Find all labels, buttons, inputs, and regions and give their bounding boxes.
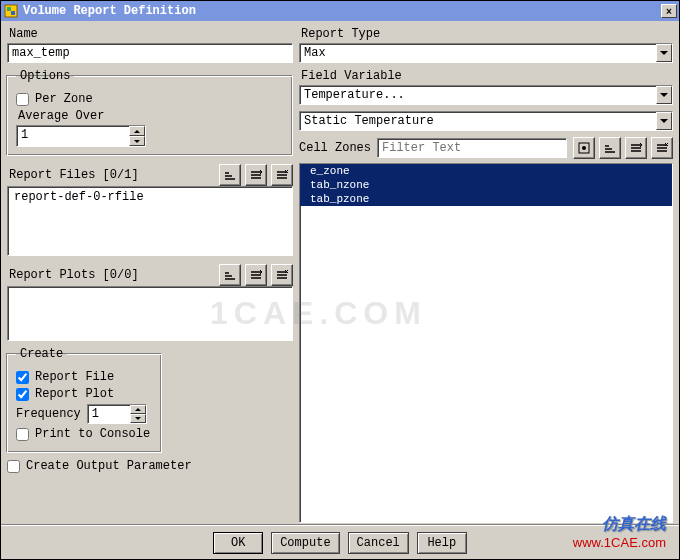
deselect-all-button[interactable] xyxy=(271,264,293,286)
right-column: Report Type Max Field Variable Temperatu… xyxy=(299,25,673,523)
frequency-label: Frequency xyxy=(16,407,81,421)
deselect-all-button[interactable] xyxy=(271,164,293,186)
dialog-window: Volume Report Definition × Name Options … xyxy=(0,0,680,560)
list-item[interactable]: report-def-0-rfile xyxy=(10,189,290,205)
report-plots-header: Report Plots [0/0] xyxy=(7,264,293,286)
report-plots-label: Report Plots [0/0] xyxy=(9,268,219,282)
average-over-label: Average Over xyxy=(18,109,284,123)
spin-up-icon[interactable] xyxy=(130,405,146,414)
content-area: Name Options Per Zone Average Over 1 xyxy=(1,21,679,525)
compute-button[interactable]: Compute xyxy=(271,532,339,554)
filter-toggle-button[interactable] xyxy=(573,137,595,159)
chevron-down-icon[interactable] xyxy=(656,44,672,62)
report-plot-label: Report Plot xyxy=(35,387,114,401)
report-plot-checkbox[interactable]: Report Plot xyxy=(16,387,153,401)
name-input[interactable] xyxy=(7,43,293,63)
sort-asc-button[interactable] xyxy=(219,164,241,186)
print-console-label: Print to Console xyxy=(35,427,150,441)
report-file-label: Report File xyxy=(35,370,114,384)
report-file-box[interactable] xyxy=(16,371,29,384)
field-subvariable-value: Static Temperature xyxy=(300,112,656,130)
frequency-value: 1 xyxy=(88,405,130,423)
svg-rect-2 xyxy=(11,11,15,15)
name-label: Name xyxy=(9,27,293,41)
create-output-box[interactable] xyxy=(7,460,20,473)
spin-up-icon[interactable] xyxy=(129,126,145,136)
print-console-box[interactable] xyxy=(16,428,29,441)
per-zone-box[interactable] xyxy=(16,93,29,106)
create-output-label: Create Output Parameter xyxy=(26,459,192,473)
report-file-checkbox[interactable]: Report File xyxy=(16,370,153,384)
report-plots-list[interactable] xyxy=(7,286,293,341)
window-title: Volume Report Definition xyxy=(23,4,659,18)
select-all-button[interactable] xyxy=(245,164,267,186)
spin-down-icon[interactable] xyxy=(130,414,146,423)
report-type-label: Report Type xyxy=(301,27,673,41)
report-files-label: Report Files [0/1] xyxy=(9,168,219,182)
spin-down-icon[interactable] xyxy=(129,136,145,146)
list-item[interactable]: tab_nzone xyxy=(300,178,672,192)
list-item[interactable]: tab_pzone xyxy=(300,192,672,206)
per-zone-label: Per Zone xyxy=(35,92,93,106)
print-console-checkbox[interactable]: Print to Console xyxy=(16,427,153,441)
frequency-spinner[interactable]: 1 xyxy=(87,404,147,424)
report-type-select[interactable]: Max xyxy=(299,43,673,63)
help-button[interactable]: Help xyxy=(417,532,467,554)
cell-zones-list[interactable]: e_zone tab_nzone tab_pzone xyxy=(299,163,673,523)
options-group: Options Per Zone Average Over 1 xyxy=(7,69,293,156)
left-column: Name Options Per Zone Average Over 1 xyxy=(7,25,293,523)
cell-zones-row: Cell Zones xyxy=(299,137,673,159)
report-files-header: Report Files [0/1] xyxy=(7,164,293,186)
create-output-checkbox[interactable]: Create Output Parameter xyxy=(7,459,293,473)
per-zone-checkbox[interactable]: Per Zone xyxy=(16,92,284,106)
cancel-button[interactable]: Cancel xyxy=(348,532,409,554)
select-all-button[interactable] xyxy=(625,137,647,159)
svg-rect-1 xyxy=(7,7,11,11)
create-legend: Create xyxy=(16,347,67,361)
sort-asc-button[interactable] xyxy=(599,137,621,159)
cell-zones-label: Cell Zones xyxy=(299,141,371,155)
average-over-value: 1 xyxy=(17,126,129,146)
options-legend: Options xyxy=(16,69,74,83)
deselect-all-button[interactable] xyxy=(651,137,673,159)
report-files-list[interactable]: report-def-0-rfile xyxy=(7,186,293,256)
button-bar: OK Compute Cancel Help xyxy=(1,525,679,559)
create-group: Create Report File Report Plot Frequency… xyxy=(7,347,162,453)
close-icon: × xyxy=(666,6,672,17)
svg-point-4 xyxy=(582,146,586,150)
average-over-spinner[interactable]: 1 xyxy=(16,125,146,147)
sort-asc-button[interactable] xyxy=(219,264,241,286)
report-plot-box[interactable] xyxy=(16,388,29,401)
field-variable-select[interactable]: Temperature... xyxy=(299,85,673,105)
field-variable-label: Field Variable xyxy=(301,69,673,83)
field-subvariable-select[interactable]: Static Temperature xyxy=(299,111,673,131)
app-icon xyxy=(3,3,19,19)
chevron-down-icon[interactable] xyxy=(656,86,672,104)
chevron-down-icon[interactable] xyxy=(656,112,672,130)
field-variable-value: Temperature... xyxy=(300,86,656,104)
select-all-button[interactable] xyxy=(245,264,267,286)
report-type-value: Max xyxy=(300,44,656,62)
ok-button[interactable]: OK xyxy=(213,532,263,554)
list-item[interactable]: e_zone xyxy=(300,164,672,178)
titlebar: Volume Report Definition × xyxy=(1,1,679,21)
cell-zones-filter[interactable] xyxy=(377,138,567,158)
close-button[interactable]: × xyxy=(661,4,677,18)
